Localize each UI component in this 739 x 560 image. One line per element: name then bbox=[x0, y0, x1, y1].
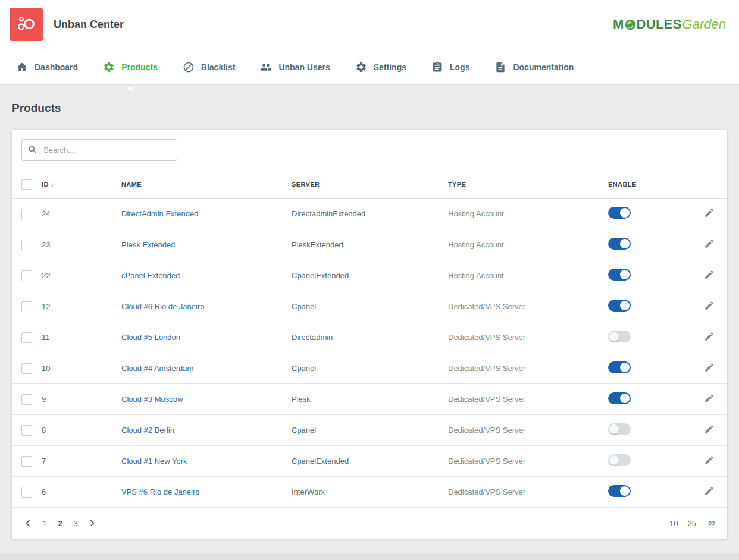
table-row: 8 Cloud #2 Berlin Cpanel Dedicated/VPS S… bbox=[12, 415, 727, 446]
enable-toggle[interactable] bbox=[608, 454, 631, 466]
enable-toggle[interactable] bbox=[608, 207, 631, 219]
cell-id: 11 bbox=[42, 322, 121, 353]
enable-toggle[interactable] bbox=[608, 392, 631, 404]
row-checkbox[interactable] bbox=[21, 332, 32, 343]
table-row: 12 Cloud #6 Rio de Janeiro Cpanel Dedica… bbox=[12, 291, 727, 322]
users-icon bbox=[260, 61, 272, 73]
nav-item-settings[interactable]: Settings bbox=[343, 49, 419, 84]
cell-type: Hosting Account bbox=[448, 260, 608, 291]
prev-page-icon[interactable] bbox=[21, 517, 35, 530]
ban-icon bbox=[183, 61, 195, 73]
product-name-link[interactable]: Plesk Extended bbox=[121, 240, 175, 249]
product-name-link[interactable]: Cloud #2 Berlin bbox=[121, 426, 174, 435]
edit-pencil-icon[interactable] bbox=[704, 393, 715, 404]
cell-type: Dedicated/VPS Server bbox=[448, 291, 608, 322]
page-number-2[interactable]: 2 bbox=[52, 519, 68, 528]
row-checkbox[interactable] bbox=[21, 425, 32, 436]
row-checkbox[interactable] bbox=[21, 209, 32, 219]
table-row: 24 DirectAdmin Extended DirectadminExten… bbox=[12, 199, 727, 229]
page-size-25[interactable]: 25 bbox=[687, 519, 696, 528]
nav-item-dashboard[interactable]: Dashboard bbox=[4, 49, 90, 84]
table-row: 6 VPS #6 Rio de Janeiro InterWorx Dedica… bbox=[12, 477, 727, 508]
enable-toggle[interactable] bbox=[608, 238, 631, 250]
main-nav: Dashboard Products Blacklist Unban Users… bbox=[0, 49, 739, 85]
product-name-link[interactable]: Cloud #5 London bbox=[121, 333, 180, 342]
products-table: ID↓ NAME SERVER TYPE ENABLE 24 DirectAdm… bbox=[12, 170, 727, 508]
cell-id: 12 bbox=[42, 291, 121, 322]
cell-id: 23 bbox=[42, 229, 121, 260]
column-header-type[interactable]: TYPE bbox=[448, 170, 608, 199]
table-row: 10 Cloud #4 Amsterdam Cpanel Dedicated/V… bbox=[12, 353, 727, 384]
table-row: 7 Cloud #1 New York CpanelExtended Dedic… bbox=[12, 446, 727, 477]
enable-toggle[interactable] bbox=[608, 300, 631, 312]
cell-server: CpanelExtended bbox=[292, 446, 448, 477]
page-bottom-edge bbox=[0, 553, 739, 560]
product-name-link[interactable]: DirectAdmin Extended bbox=[121, 209, 198, 218]
enable-toggle[interactable] bbox=[608, 331, 631, 342]
row-checkbox[interactable] bbox=[21, 456, 32, 467]
enable-toggle[interactable] bbox=[608, 423, 631, 435]
nav-item-unban-users[interactable]: Unban Users bbox=[248, 49, 342, 84]
edit-pencil-icon[interactable] bbox=[704, 207, 715, 218]
next-page-icon[interactable] bbox=[86, 517, 99, 530]
page-size-options: 1025∞ bbox=[669, 517, 715, 529]
cell-type: Dedicated/VPS Server bbox=[448, 384, 608, 415]
brand-garden: Garden bbox=[682, 17, 726, 32]
page-size-10[interactable]: 10 bbox=[669, 519, 678, 528]
cell-server: Plesk bbox=[292, 384, 448, 415]
enable-toggle[interactable] bbox=[608, 361, 631, 373]
page-number-3[interactable]: 3 bbox=[68, 519, 83, 528]
cell-type: Dedicated/VPS Server bbox=[448, 477, 608, 508]
nav-item-blacklist[interactable]: Blacklist bbox=[170, 49, 248, 84]
nav-item-logs[interactable]: Logs bbox=[419, 49, 482, 84]
nav-item-documentation[interactable]: Documentation bbox=[482, 49, 586, 84]
cell-type: Dedicated/VPS Server bbox=[448, 415, 608, 446]
column-header-enable[interactable]: ENABLE bbox=[608, 170, 691, 199]
nav-item-label: Settings bbox=[374, 62, 406, 72]
home-icon bbox=[16, 61, 28, 73]
row-checkbox[interactable] bbox=[21, 270, 32, 281]
cell-type: Hosting Account bbox=[448, 199, 608, 229]
cell-id: 22 bbox=[42, 260, 121, 291]
row-checkbox[interactable] bbox=[21, 363, 32, 374]
row-checkbox[interactable] bbox=[21, 487, 32, 498]
product-name-link[interactable]: Cloud #3 Moscow bbox=[121, 395, 183, 404]
edit-pencil-icon[interactable] bbox=[704, 269, 715, 280]
products-card: ID↓ NAME SERVER TYPE ENABLE 24 DirectAdm… bbox=[12, 130, 727, 539]
edit-pencil-icon[interactable] bbox=[704, 300, 715, 311]
cell-server: DirectadminExtended bbox=[292, 199, 448, 229]
edit-pencil-icon[interactable] bbox=[704, 238, 715, 249]
edit-pencil-icon[interactable] bbox=[704, 455, 715, 465]
select-all-checkbox[interactable] bbox=[21, 179, 32, 190]
row-checkbox[interactable] bbox=[21, 240, 32, 250]
cell-type: Dedicated/VPS Server bbox=[448, 446, 608, 477]
row-checkbox[interactable] bbox=[21, 301, 32, 312]
page-number-1[interactable]: 1 bbox=[37, 519, 52, 528]
modulesgarden-logo[interactable]: M DULES Garden bbox=[613, 17, 726, 32]
enable-toggle[interactable] bbox=[608, 485, 631, 497]
column-header-server[interactable]: SERVER bbox=[292, 170, 448, 199]
nav-item-label: Blacklist bbox=[201, 62, 236, 72]
column-header-id[interactable]: ID↓ bbox=[42, 170, 121, 199]
enable-toggle[interactable] bbox=[608, 269, 631, 281]
molecule-icon bbox=[16, 14, 36, 34]
page-size-all[interactable]: ∞ bbox=[708, 517, 715, 529]
nav-item-products[interactable]: Products bbox=[90, 49, 170, 84]
edit-pencil-icon[interactable] bbox=[704, 362, 715, 373]
column-header-name[interactable]: NAME bbox=[121, 170, 292, 199]
edit-pencil-icon[interactable] bbox=[704, 424, 715, 435]
product-name-link[interactable]: Cloud #6 Rio de Janeiro bbox=[121, 302, 204, 311]
product-name-link[interactable]: Cloud #4 Amsterdam bbox=[121, 364, 193, 373]
gear-icon bbox=[355, 61, 367, 73]
cell-server: Directadmin bbox=[292, 322, 448, 353]
search-input[interactable] bbox=[21, 139, 177, 161]
product-name-link[interactable]: VPS #6 Rio de Janeiro bbox=[121, 487, 200, 496]
cell-server: CpanelExtended bbox=[292, 260, 448, 291]
product-name-link[interactable]: Cloud #1 New York bbox=[121, 457, 187, 465]
edit-pencil-icon[interactable] bbox=[704, 331, 715, 342]
cell-type: Dedicated/VPS Server bbox=[448, 353, 608, 384]
document-icon bbox=[494, 61, 506, 73]
row-checkbox[interactable] bbox=[21, 394, 32, 405]
edit-pencil-icon[interactable] bbox=[704, 486, 715, 496]
product-name-link[interactable]: cPanel Extended bbox=[121, 271, 180, 280]
